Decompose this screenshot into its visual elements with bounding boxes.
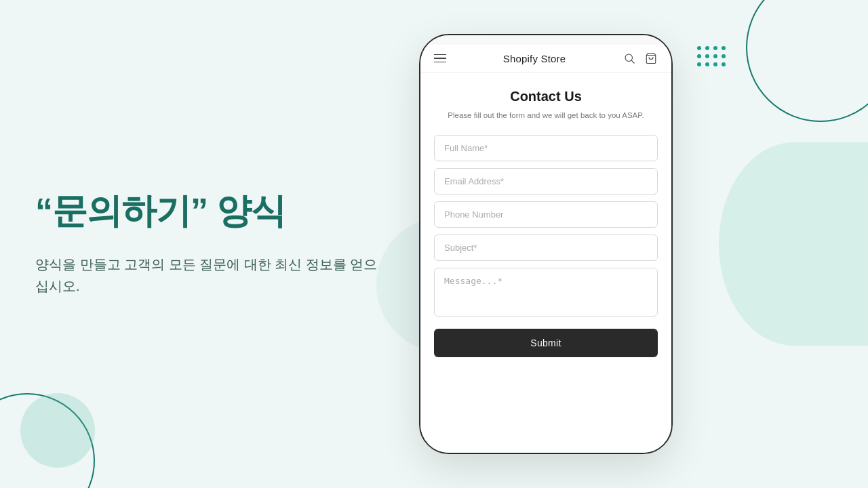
full-name-input[interactable]	[434, 135, 658, 161]
phone-input[interactable]	[434, 201, 658, 228]
deco-dots	[697, 46, 726, 66]
svg-point-0	[625, 54, 633, 62]
form-title: Contact Us	[434, 89, 658, 104]
navbar-icons	[623, 52, 658, 65]
phone-content: Contact Us Please fill out the form and …	[420, 73, 671, 453]
email-input[interactable]	[434, 168, 658, 195]
left-section: “문의하기” 양식 양식을 만들고 고객의 모든 질문에 대한 최신 정보를 얻…	[35, 191, 388, 297]
phone-mockup: Shopify Store Contact Us Please fill out…	[419, 34, 673, 454]
navbar-title: Shopify Store	[503, 53, 566, 64]
menu-button[interactable]	[434, 54, 446, 63]
main-title: “문의하기” 양식	[35, 191, 388, 232]
cart-icon[interactable]	[644, 52, 658, 65]
svg-line-1	[631, 60, 634, 63]
deco-blob-right	[719, 142, 868, 346]
deco-circle-top-right	[746, 0, 868, 122]
message-input[interactable]	[434, 268, 658, 317]
sub-text: 양식을 만들고 고객의 모든 질문에 대한 최신 정보를 얻으십시오.	[35, 253, 388, 297]
submit-button[interactable]: Submit	[434, 329, 658, 357]
deco-circle-small	[20, 393, 95, 468]
phone-status-bar	[420, 35, 671, 45]
phone-navbar: Shopify Store	[420, 45, 671, 73]
form-subtitle: Please fill out the form and we will get…	[434, 110, 658, 121]
search-icon[interactable]	[623, 52, 636, 65]
subject-input[interactable]	[434, 235, 658, 261]
